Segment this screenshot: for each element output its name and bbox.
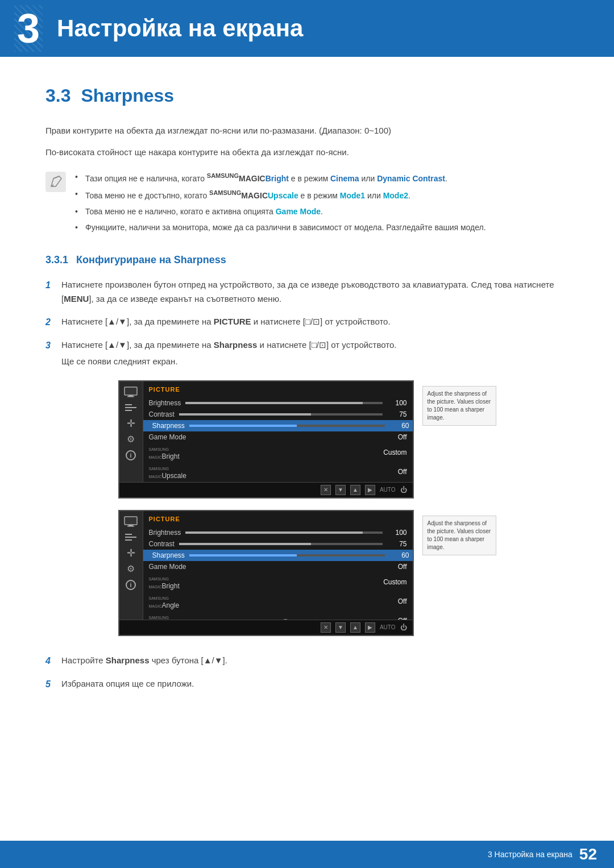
screen2-row-magicangle: SAMSUNGMAGICAngle Off bbox=[149, 592, 407, 611]
screen1-row-magicupscale: SAMSUNGMAGICUpscale Off bbox=[149, 462, 407, 481]
svg-rect-7 bbox=[127, 526, 134, 527]
btn-down[interactable]: ▼ bbox=[335, 485, 346, 495]
chapter-title: Настройка на екрана bbox=[57, 15, 303, 42]
note-item-2: Това меню не е достъпно, когато SAMSUNGM… bbox=[75, 188, 486, 202]
step-1: 1 Натиснете произволен бутон отпред на у… bbox=[45, 277, 569, 306]
section-heading: 3.3 Sharpness bbox=[45, 85, 569, 106]
arrows-icon: ✛ bbox=[123, 418, 139, 429]
footer-page: 52 bbox=[579, 845, 597, 863]
btn-enter-2[interactable]: ▶ bbox=[365, 622, 375, 633]
svg-rect-6 bbox=[128, 525, 133, 526]
sub-section-heading: 3.3.1 Конфигуриране на Sharpness bbox=[45, 254, 569, 266]
monitor-sidebar-2: ✛ ⚙ i bbox=[119, 511, 143, 635]
info-icon-2: i bbox=[123, 579, 139, 591]
description-2: По-високата стойност ще накара контурите… bbox=[45, 145, 569, 160]
footer-text: 3 Настройка на екрана bbox=[488, 850, 572, 859]
screen1-tooltip: Adjust the sharpness of the picture. Val… bbox=[422, 386, 496, 426]
description-1: Прави контурите на обекта да изглеждат п… bbox=[45, 123, 569, 138]
chapter-number: 3 bbox=[17, 8, 40, 49]
note-item-3: Това меню не е налично, когато е активна… bbox=[75, 205, 486, 219]
settings-icon: ⚙ bbox=[123, 434, 139, 445]
page-footer: 3 Настройка на екрана 52 bbox=[0, 841, 614, 868]
screen2-row-magicbright: SAMSUNGMAGICBright Custom bbox=[149, 572, 407, 592]
svg-rect-0 bbox=[45, 172, 66, 192]
btn-enter[interactable]: ▶ bbox=[365, 485, 375, 495]
screen2-tooltip: Adjust the sharpness of the picture. Val… bbox=[422, 516, 496, 555]
screen1-row-brightness: Brightness 100 bbox=[149, 397, 407, 409]
monitor-screen-2: ✛ ⚙ i PICTURE Brightness 100 bbox=[118, 510, 414, 636]
step-5: 5 Избраната опция ще се приложи. bbox=[45, 676, 569, 692]
step-3: 3 Натиснете [▲/▼], за да преминете на Sh… bbox=[45, 338, 569, 369]
menu-lines-icon-2 bbox=[123, 531, 139, 543]
screen1-row-magicbright: SAMSUNGMAGICBright Custom bbox=[149, 443, 407, 462]
arrows-icon-2: ✛ bbox=[123, 547, 139, 559]
screen1-row-gamemode: Game Mode Off bbox=[149, 431, 407, 443]
steps-list-2: 4 Настройте Sharpness чрез бутона [▲/▼].… bbox=[45, 653, 569, 692]
monitor-screen-1: ✛ ⚙ i PICTURE Brightness bbox=[118, 380, 414, 499]
screen1-header: PICTURE bbox=[149, 386, 407, 393]
note-icon bbox=[45, 172, 66, 192]
btn-up-2[interactable]: ▲ bbox=[350, 622, 360, 633]
settings-icon-2: ⚙ bbox=[123, 563, 139, 575]
svg-rect-5 bbox=[125, 517, 137, 525]
sub-section-title: Конфигуриране на Sharpness bbox=[76, 254, 226, 266]
tv-icon-2 bbox=[123, 516, 139, 527]
svg-rect-3 bbox=[128, 395, 133, 396]
monitor-content-1: PICTURE Brightness 100 Contrast 75 bbox=[143, 381, 413, 497]
screen1-row-contrast: Contrast 75 bbox=[149, 409, 407, 420]
note-item-4: Функциите, налични за монитора, може да … bbox=[75, 221, 486, 235]
screenshots-container: ✛ ⚙ i PICTURE Brightness bbox=[45, 380, 569, 636]
btn-x[interactable]: ✕ bbox=[321, 485, 331, 495]
btn-down-2[interactable]: ▼ bbox=[335, 622, 346, 633]
section-number: 3.3 bbox=[45, 85, 70, 106]
screen1-row-sharpness: Sharpness 60 bbox=[143, 420, 413, 431]
monitor-content-2: PICTURE Brightness 100 Contrast 75 Sharp… bbox=[143, 511, 413, 635]
section-title: Sharpness bbox=[81, 85, 174, 106]
menu-lines-icon bbox=[123, 402, 139, 413]
note-list: Тази опция не е налична, когато SAMSUNGM… bbox=[75, 171, 486, 237]
btn-x-2[interactable]: ✕ bbox=[321, 622, 331, 633]
step-4: 4 Настройте Sharpness чрез бутона [▲/▼]. bbox=[45, 653, 569, 668]
svg-rect-4 bbox=[127, 396, 134, 397]
note-box: Тази опция не е налична, когато SAMSUNGM… bbox=[45, 171, 569, 237]
btn-up[interactable]: ▲ bbox=[350, 485, 360, 495]
note-item-1: Тази опция не е налична, когато SAMSUNGM… bbox=[75, 171, 486, 185]
screen2-header: PICTURE bbox=[149, 516, 407, 522]
page-header: 3 Настройка на екрана bbox=[0, 0, 614, 57]
screen2-row-sharpness: Sharpness 60 bbox=[143, 550, 413, 561]
screen2-row-contrast: Contrast 75 bbox=[149, 538, 407, 550]
screen2-row-gamemode: Game Mode Off bbox=[149, 561, 407, 572]
monitor-sidebar-1: ✛ ⚙ i bbox=[119, 381, 143, 497]
tv-icon bbox=[123, 386, 139, 397]
screen2-row-brightness: Brightness 100 bbox=[149, 527, 407, 538]
sub-section-number: 3.3.1 bbox=[45, 254, 68, 266]
step-2: 2 Натиснете [▲/▼], за да преминете на PI… bbox=[45, 314, 569, 330]
svg-rect-2 bbox=[125, 387, 137, 395]
steps-list: 1 Натиснете произволен бутон отпред на у… bbox=[45, 277, 569, 369]
page-content: 3.3 Sharpness Прави контурите на обекта … bbox=[0, 57, 614, 749]
info-icon: i bbox=[123, 450, 139, 461]
